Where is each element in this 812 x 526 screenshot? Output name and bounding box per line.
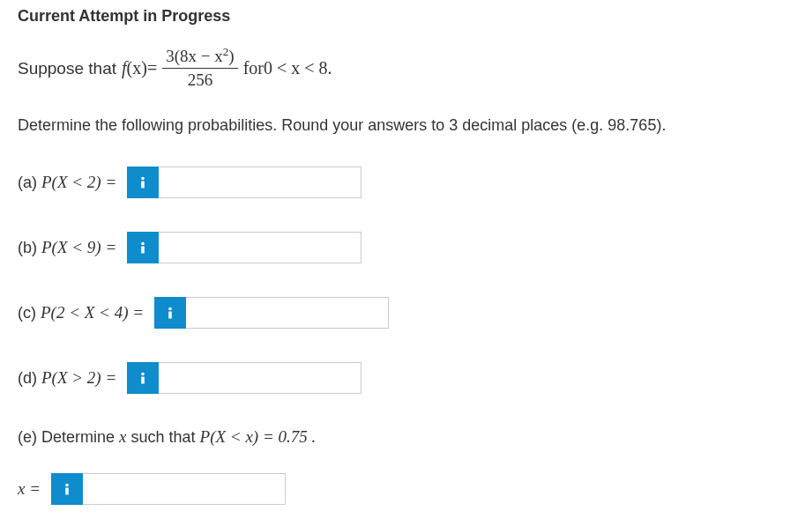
- svg-point-8: [65, 484, 69, 487]
- numerator: 3(8x − x2): [162, 47, 238, 69]
- part-b: (b) P(X < 9) =: [18, 232, 794, 263]
- answer-input-d[interactable]: [159, 362, 361, 394]
- answer-input-a[interactable]: [159, 167, 361, 198]
- function-fx: f(x): [122, 58, 147, 78]
- part-d: (d) P(X > 2) =: [18, 362, 794, 394]
- svg-point-4: [168, 307, 172, 311]
- svg-rect-1: [141, 182, 145, 189]
- instruction-text: Determine the following probabilities. R…: [18, 116, 794, 135]
- svg-rect-5: [168, 312, 172, 319]
- suppose-text: Suppose that: [18, 59, 116, 78]
- attempt-header: Current Attempt in Progress: [18, 7, 794, 26]
- part-d-label: (d) P(X > 2) =: [18, 368, 116, 388]
- info-icon[interactable]: [127, 362, 159, 394]
- part-a-label: (a) P(X < 2) =: [18, 173, 116, 192]
- part-e-label: (e) Determine x such that P(X < x) = 0.7…: [18, 427, 794, 447]
- info-icon[interactable]: [154, 297, 186, 329]
- range-text: 0 < x < 8.: [264, 58, 332, 78]
- answer-input-c[interactable]: [186, 297, 389, 329]
- fraction: 3(8x − x2) 256: [162, 47, 238, 90]
- part-b-label: (b) P(X < 9) =: [18, 238, 116, 257]
- info-icon[interactable]: [127, 232, 159, 263]
- svg-rect-9: [65, 488, 69, 495]
- svg-point-0: [141, 177, 145, 181]
- part-e-answer-row: x =: [18, 473, 794, 505]
- answer-input-b[interactable]: [159, 232, 361, 263]
- answer-input-e[interactable]: [83, 473, 286, 505]
- problem-definition: Suppose that f(x) = 3(8x − x2) 256 for 0…: [18, 47, 794, 90]
- denominator: 256: [188, 69, 213, 90]
- svg-point-2: [141, 242, 145, 246]
- equals-sign: =: [147, 58, 157, 78]
- part-c-label: (c) P(2 < X < 4) =: [18, 303, 144, 322]
- info-icon[interactable]: [51, 473, 83, 505]
- svg-point-6: [141, 373, 145, 376]
- part-a: (a) P(X < 2) =: [18, 167, 794, 198]
- svg-rect-7: [141, 377, 145, 384]
- svg-rect-3: [141, 247, 145, 254]
- x-equals-label: x =: [18, 479, 41, 499]
- part-c: (c) P(2 < X < 4) =: [18, 297, 794, 329]
- for-text: for: [243, 58, 264, 78]
- info-icon[interactable]: [127, 167, 159, 198]
